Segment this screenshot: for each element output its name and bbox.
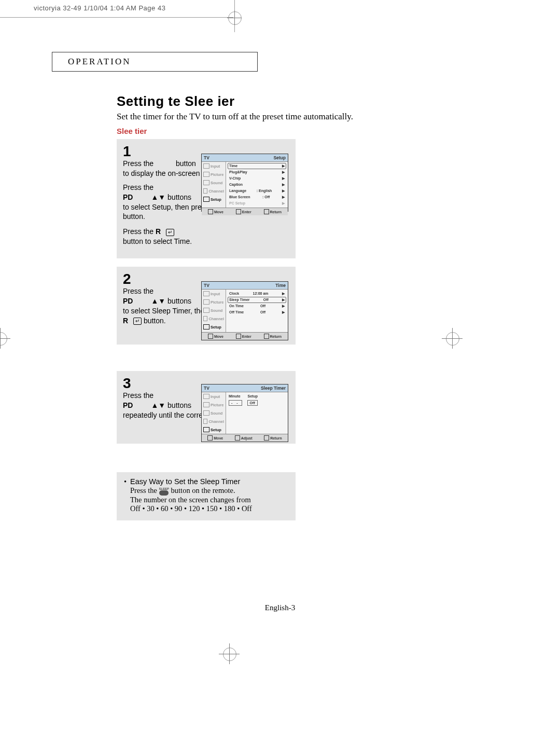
note-title: Easy Way to Set the Sleep Timer — [130, 477, 240, 486]
f: Return — [270, 436, 282, 440]
adjust-icon — [235, 435, 240, 441]
osd-sidebar: Input Picture Sound Channel Setup — [202, 392, 226, 434]
t: Press the — [123, 287, 153, 295]
f: Enter — [242, 210, 251, 214]
t: buttons — [167, 401, 191, 409]
f: Adjust — [241, 436, 253, 440]
up-down-icon: ▲▼ — [151, 401, 165, 409]
return-icon — [264, 435, 269, 441]
t: Press the — [123, 183, 153, 191]
r: Time — [229, 164, 237, 168]
hdr-set: Setup — [248, 394, 258, 398]
osd-setup: TV Setup Input Picture Sound Channel Set… — [201, 154, 288, 212]
crop-circle — [223, 648, 236, 661]
side-channel: Channel — [208, 189, 224, 194]
v: : English — [257, 189, 272, 193]
page-number: English-3 — [0, 603, 560, 612]
side-channel: Channel — [208, 419, 224, 424]
enter-icon: ↵ — [166, 229, 174, 236]
side-setup: Setup — [211, 197, 221, 202]
r: PC Setup — [229, 201, 245, 205]
val-min: - - — [229, 400, 242, 406]
v: 12:00 am — [253, 292, 269, 296]
t: R — [156, 227, 161, 236]
enter-icon — [236, 209, 241, 214]
t: buttons — [167, 297, 191, 305]
up-down-icon: ▲▼ — [151, 193, 165, 201]
crop-circle — [0, 332, 7, 346]
osd-sleep-timer: TV Sleep Timer Input Picture Sound Chann… — [201, 384, 288, 442]
osd-title: Sleep Timer — [261, 386, 286, 391]
hdr-min: Minute — [229, 394, 241, 398]
bullet-icon: • — [124, 477, 127, 486]
t: PD — [123, 193, 133, 201]
return-icon — [264, 209, 269, 214]
move-icon — [208, 334, 213, 339]
note-block: • Easy Way to Set the Sleep Timer Press … — [117, 472, 296, 520]
t: PD — [123, 297, 133, 305]
crop-plus — [229, 643, 230, 664]
t: Off • 30 • 60 • 90 • 120 • 150 • 180 • O… — [130, 504, 252, 513]
t: button. — [123, 212, 145, 221]
osd-tv-label: TV — [204, 155, 209, 160]
side-sound: Sound — [211, 181, 222, 185]
sleep-label: SLEEP — [159, 487, 169, 490]
move-icon — [207, 435, 213, 441]
crop-plus — [452, 328, 453, 349]
move-icon — [208, 209, 213, 214]
side-sound: Sound — [211, 411, 222, 416]
side-input: Input — [211, 292, 220, 296]
osd-tv-label: TV — [204, 283, 209, 288]
side-input: Input — [211, 394, 220, 399]
v: Off — [260, 304, 265, 308]
section-subtitle: Slee tier — [117, 127, 147, 135]
r: Language — [229, 189, 246, 193]
t: buttons — [167, 193, 191, 201]
enter-icon — [236, 334, 241, 339]
t: R — [123, 317, 128, 325]
up-down-icon: ▲▼ — [151, 297, 165, 305]
v: Off — [263, 298, 269, 302]
r: Caption — [229, 183, 243, 187]
v: : Off — [262, 195, 270, 199]
side-setup: Setup — [211, 325, 221, 329]
crop-plus — [234, 10, 235, 25]
osd-time: TV Time Input Picture Sound Channel Setu… — [201, 281, 288, 340]
side-channel: Channel — [208, 317, 224, 321]
r: Blue Screen — [229, 195, 250, 199]
side-setup: Setup — [211, 428, 221, 432]
t: button to select Time. — [123, 237, 192, 245]
osd-title: Time — [275, 283, 286, 288]
f: Return — [270, 210, 282, 214]
r: Sleep Timer — [229, 298, 250, 302]
v: Off — [260, 310, 265, 314]
osd-tv-label: TV — [204, 386, 209, 391]
enter-icon: ↵ — [133, 318, 142, 325]
r: Off Time — [229, 310, 244, 314]
side-sound: Sound — [211, 308, 222, 313]
sleep-button-icon: SLEEP — [159, 487, 169, 496]
osd-title: Setup — [273, 155, 286, 160]
r: Clock — [229, 292, 239, 296]
side-picture: Picture — [211, 300, 223, 305]
t: PD — [123, 401, 133, 409]
f: Move — [214, 335, 223, 338]
f: Enter — [242, 335, 251, 338]
page-subtitle: Set the timer for the TV to turn off at … — [117, 112, 353, 122]
t: Press the — [130, 486, 157, 494]
page-title: Setting te Slee ier — [117, 93, 235, 109]
t: button — [176, 159, 196, 168]
crop-plus — [0, 328, 1, 349]
file-header: victoryia 32-49 1/10/04 1:04 AM Page 43 — [34, 4, 165, 12]
t: Press the — [123, 227, 153, 236]
t: The number on the screen changes from — [130, 496, 251, 504]
t: Press the — [123, 391, 153, 400]
osd-sidebar: Input Picture Sound Channel Setup — [202, 162, 226, 208]
f: Return — [270, 335, 282, 338]
crop-circle — [446, 332, 459, 346]
r: Plug&Play — [229, 170, 247, 174]
crop-line — [0, 17, 233, 18]
crop-circle — [228, 11, 242, 25]
f: Move — [214, 436, 223, 440]
t: Press the — [123, 159, 153, 168]
